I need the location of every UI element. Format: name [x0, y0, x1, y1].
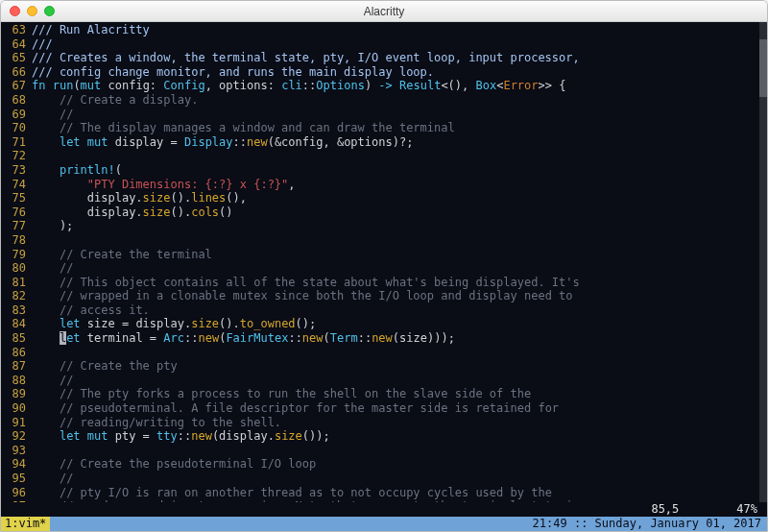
code-line[interactable]: 77 ); — [1, 219, 767, 233]
code-text[interactable]: // — [32, 472, 767, 486]
code-text[interactable]: let mut pty = tty::new(display.size()); — [32, 429, 767, 444]
code-line[interactable]: 63/// Run Alacritty — [1, 23, 767, 37]
code-line[interactable]: 70 // The display manages a window and c… — [1, 121, 767, 135]
code-text[interactable]: "PTY Dimensions: {:?} x {:?}", — [32, 178, 767, 192]
code-text[interactable]: /// Run Alacritty — [32, 23, 767, 37]
code-text[interactable]: // pseudoterminal. A file descriptor for… — [32, 401, 767, 416]
line-number: 64 — [1, 37, 32, 52]
code-line[interactable]: 69 // — [1, 108, 767, 122]
code-line[interactable]: 65/// Creates a window, the terminal sta… — [1, 51, 767, 65]
line-number: 65 — [1, 51, 32, 65]
code-text[interactable]: fn run(mut config: Config, options: cli:… — [32, 79, 767, 93]
code-text[interactable]: println!( — [32, 163, 767, 178]
code-text[interactable]: // Create a display. — [32, 93, 767, 108]
code-line[interactable]: 66/// config change monitor, and runs th… — [1, 65, 767, 80]
code-line[interactable]: 67fn run(mut config: Config, options: cl… — [1, 79, 767, 93]
line-number: 91 — [1, 416, 32, 430]
line-number: 81 — [1, 276, 32, 290]
code-text[interactable]: ); — [32, 219, 767, 233]
line-number: 70 — [1, 121, 32, 135]
code-text[interactable]: // — [32, 374, 767, 388]
code-text[interactable]: // — [32, 108, 767, 122]
titlebar: Alacritty — [1, 1, 767, 22]
code-line[interactable]: 79 // Create the terminal — [1, 248, 767, 262]
scrollbar-track[interactable] — [759, 22, 767, 502]
code-line[interactable]: 90 // pseudoterminal. A file descriptor … — [1, 401, 767, 416]
terminal-viewport[interactable]: 63/// Run Alacritty64///65/// Creates a … — [1, 22, 767, 531]
line-number: 67 — [1, 79, 32, 93]
line-number: 87 — [1, 359, 32, 374]
code-line[interactable]: 85 let terminal = Arc::new(FairMutex::ne… — [1, 331, 767, 346]
code-text[interactable]: // — [32, 261, 767, 276]
line-number: 63 — [1, 23, 32, 37]
code-text[interactable]: display.size().lines(), — [32, 191, 767, 206]
window-title: Alacritty — [1, 5, 767, 18]
code-area[interactable]: 63/// Run Alacritty64///65/// Creates a … — [1, 22, 767, 502]
code-line[interactable]: 96 // pty I/O is ran on another thread a… — [1, 486, 767, 500]
code-line[interactable]: 64/// — [1, 37, 767, 52]
code-line[interactable]: 81 // This object contains all of the st… — [1, 276, 767, 290]
line-number: 71 — [1, 135, 32, 150]
code-text[interactable]: let size = display.size().to_owned(); — [32, 317, 767, 331]
code-text[interactable]: let mut display = Display::new(&config, … — [32, 135, 767, 150]
scroll-percent: 47% — [736, 502, 767, 517]
code-line[interactable]: 87 // Create the pty — [1, 359, 767, 374]
line-number: 78 — [1, 233, 32, 248]
code-text[interactable]: display.size().cols() — [32, 206, 767, 220]
line-number: 90 — [1, 401, 32, 416]
line-number: 95 — [1, 472, 32, 486]
code-text[interactable]: /// config change monitor, and runs the … — [32, 65, 767, 80]
code-text[interactable]: // Create the terminal — [32, 248, 767, 262]
code-line[interactable]: 68 // Create a display. — [1, 93, 767, 108]
line-number: 93 — [1, 444, 32, 458]
line-number: 84 — [1, 317, 32, 331]
cursor-position: 85,5 — [651, 502, 736, 517]
line-number: 82 — [1, 289, 32, 303]
code-line[interactable]: 86 — [1, 346, 767, 360]
code-line[interactable]: 92 let mut pty = tty::new(display.size()… — [1, 429, 767, 444]
tmux-statusbar: 1:vim* 21:49 :: Sunday, January 01, 2017 — [1, 517, 767, 531]
code-line[interactable]: 75 display.size().lines(), — [1, 191, 767, 206]
code-line[interactable]: 78 — [1, 233, 767, 248]
code-line[interactable]: 82 // wrapped in a clonable mutex since … — [1, 289, 767, 303]
line-number: 92 — [1, 429, 32, 444]
line-number: 96 — [1, 486, 32, 500]
line-number: 74 — [1, 178, 32, 192]
code-text[interactable]: // The display manages a window and can … — [32, 121, 767, 135]
code-text[interactable]: // Create the pty — [32, 359, 767, 374]
code-text[interactable]: // access it. — [32, 303, 767, 318]
code-text[interactable]: /// — [32, 37, 767, 52]
tmux-window-tab[interactable]: 1:vim* — [1, 517, 50, 531]
code-line[interactable]: 88 // — [1, 374, 767, 388]
code-text[interactable]: // wrapped in a clonable mutex since bot… — [32, 289, 767, 303]
code-line[interactable]: 89 // The pty forks a process to run the… — [1, 387, 767, 401]
clock-date: 21:49 :: Sunday, January 01, 2017 — [527, 517, 767, 531]
code-text[interactable]: /// Creates a window, the terminal state… — [32, 51, 767, 65]
code-text[interactable]: // reading/writing to the shell. — [32, 416, 767, 430]
code-line[interactable]: 95 // — [1, 472, 767, 486]
line-number: 73 — [1, 163, 32, 178]
code-text[interactable]: // The pty forks a process to run the sh… — [32, 387, 767, 401]
code-line[interactable]: 73 println!( — [1, 163, 767, 178]
code-text[interactable] — [32, 346, 767, 360]
code-text[interactable]: // This object contains all of the state… — [32, 276, 767, 290]
code-line[interactable]: 76 display.size().cols() — [1, 206, 767, 220]
code-line[interactable]: 94 // Create the pseudoterminal I/O loop — [1, 457, 767, 472]
code-line[interactable]: 84 let size = display.size().to_owned(); — [1, 317, 767, 331]
line-number: 80 — [1, 261, 32, 276]
code-text[interactable]: let terminal = Arc::new(FairMutex::new(T… — [32, 331, 767, 346]
code-line[interactable]: 74 "PTY Dimensions: {:?} x {:?}", — [1, 178, 767, 192]
code-line[interactable]: 71 let mut display = Display::new(&confi… — [1, 135, 767, 150]
code-line[interactable]: 91 // reading/writing to the shell. — [1, 416, 767, 430]
scrollbar-thumb[interactable] — [759, 39, 767, 97]
code-line[interactable]: 80 // — [1, 261, 767, 276]
code-line[interactable]: 93 — [1, 444, 767, 458]
code-text[interactable] — [32, 233, 767, 248]
code-text[interactable]: // Create the pseudoterminal I/O loop — [32, 457, 767, 472]
code-line[interactable]: 83 // access it. — [1, 303, 767, 318]
code-text[interactable] — [32, 149, 767, 163]
line-number: 83 — [1, 303, 32, 318]
code-text[interactable] — [32, 444, 767, 458]
code-line[interactable]: 72 — [1, 149, 767, 163]
code-text[interactable]: // pty I/O is ran on another thread as t… — [32, 486, 767, 500]
